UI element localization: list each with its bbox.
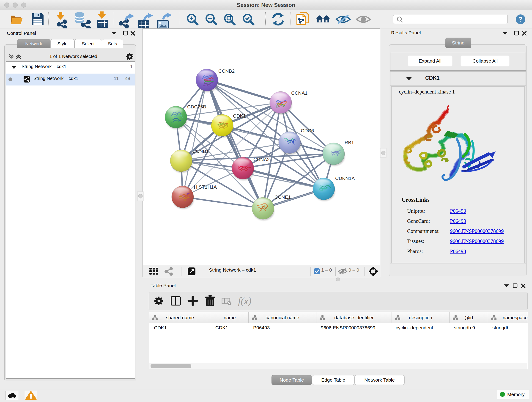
svg-text:CCNE1: CCNE1 [274, 194, 291, 200]
svg-text:CCNB1: CCNB1 [192, 148, 209, 154]
svg-text:CCNA1: CCNA1 [291, 90, 307, 96]
svg-text:CDK1: CDK1 [233, 113, 246, 119]
svg-text:CDKN1A: CDKN1A [335, 176, 355, 181]
svg-text:f(x): f(x) [238, 296, 251, 306]
svg-text:CDC25B: CDC25B [187, 104, 206, 109]
svg-text:CDC6: CDC6 [301, 128, 314, 133]
svg-text:CCNB2: CCNB2 [218, 68, 234, 74]
svg-text:?: ? [519, 15, 523, 23]
svg-text:CCNA2: CCNA2 [253, 157, 270, 162]
svg-text:RB1: RB1 [345, 140, 354, 145]
svg-text:HIST1H1A: HIST1H1A [194, 184, 217, 190]
